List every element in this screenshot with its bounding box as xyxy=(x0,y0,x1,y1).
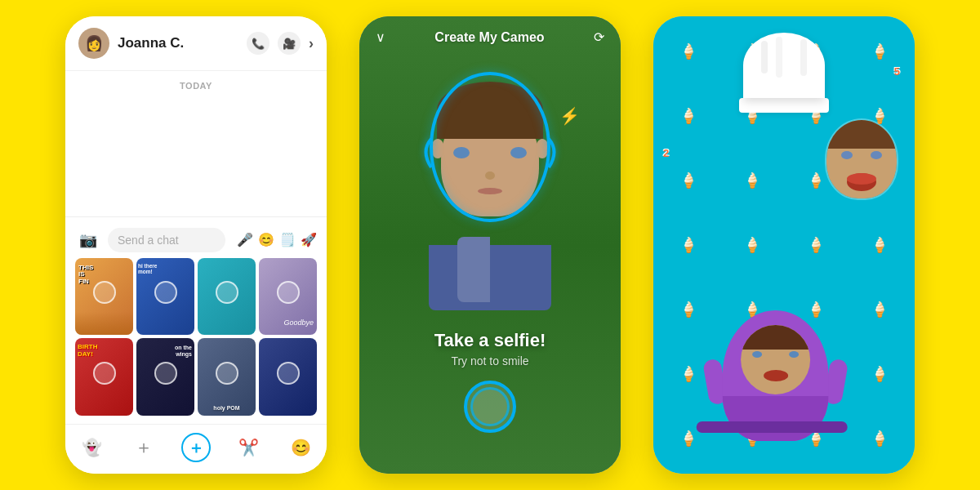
tile-text-2: hi theremom! xyxy=(138,263,157,274)
cameo-tile-6[interactable]: on thewings xyxy=(136,338,194,416)
date-label: TODAY xyxy=(65,71,327,97)
cameo-phone: ∨ Create My Cameo ⟳ ⚡ xyxy=(359,16,621,474)
mic-icon[interactable]: 🎤 xyxy=(237,232,253,247)
shutter-button[interactable] xyxy=(464,381,516,433)
ice-cream-14: 🍦 xyxy=(721,214,783,277)
tile-text-6: on thewings xyxy=(175,345,192,357)
number-badge-2: 2 xyxy=(663,147,669,159)
cameo-grid-row-1: THISISFIN hi theremom! Goodbye xyxy=(75,258,317,336)
svg-point-0 xyxy=(431,74,549,220)
avatar: 👩 xyxy=(78,28,109,59)
cameo-tile-1[interactable]: THISISFIN xyxy=(75,258,133,336)
snap-button[interactable]: ＋ xyxy=(181,433,211,462)
flash-icon[interactable]: ⚡ xyxy=(559,106,580,126)
number-badge-1: 5 xyxy=(894,65,900,78)
ice-cream-28: 🍦 xyxy=(849,407,911,470)
shutter-inner xyxy=(470,387,510,426)
bottom-nav: 👻 ＋ ＋ ✂️ 😊 xyxy=(65,424,327,474)
ice-cream-15: 🍦 xyxy=(785,214,847,277)
chat-input-row: 📷 Send a chat 🎤 😊 🗒️ 🚀 xyxy=(75,224,317,258)
result-phone: 🍦 🍦 🍦 🍦 🍦 🍦 🍦 🍦 🍦 🍦 🍦 🍦 🍦 🍦 🍦 🍦 🍦 🍦 🍦 🍦 … xyxy=(653,16,915,474)
cameo-selfie-screen: ∨ Create My Cameo ⟳ ⚡ xyxy=(359,16,621,474)
selfie-main-text: Take a selfie! xyxy=(434,330,546,351)
rocket-icon[interactable]: 🚀 xyxy=(301,232,317,247)
chef-hat xyxy=(739,33,829,113)
ice-cream-20: 🍦 xyxy=(849,278,911,341)
cameo-tile-8[interactable] xyxy=(259,338,317,416)
chevron-right-icon[interactable]: › xyxy=(309,35,314,52)
cameo-tile-4[interactable]: Goodbye xyxy=(259,258,317,336)
cameo-top-bar: ∨ Create My Cameo ⟳ xyxy=(359,16,621,53)
contact-name: Joanna C. xyxy=(118,35,238,51)
chef-hat-brim xyxy=(739,98,829,113)
chat-phone: 👩 Joanna C. 📞 🎥 › TODAY 📷 Send a chat xyxy=(65,16,327,474)
face-outline xyxy=(408,57,572,261)
phone-call-button[interactable]: 📞 xyxy=(247,32,270,55)
chef-hat-dome xyxy=(743,33,825,98)
result-screen: 🍦 🍦 🍦 🍦 🍦 🍦 🍦 🍦 🍦 🍦 🍦 🍦 🍦 🍦 🍦 🍦 🍦 🍦 🍦 🍦 … xyxy=(653,16,915,474)
cameo-tile-3[interactable] xyxy=(198,258,256,336)
chat-header: 👩 Joanna C. 📞 🎥 › xyxy=(65,16,327,71)
cameo-grid-row-2: BIRTHDAY! on thewings holy POM xyxy=(75,338,317,416)
emoji-icon[interactable]: 😊 xyxy=(258,232,274,247)
flip-camera-icon[interactable]: ⟳ xyxy=(594,29,604,45)
ice-cream-4: 🍦 xyxy=(849,20,911,83)
result-face xyxy=(825,118,898,200)
chevron-down-icon[interactable]: ∨ xyxy=(376,29,385,45)
chat-placeholder: Send a chat xyxy=(118,234,179,247)
cameo-tile-5[interactable]: BIRTHDAY! xyxy=(75,338,133,416)
chat-content-area xyxy=(65,97,327,216)
video-call-button[interactable]: 🎥 xyxy=(278,32,301,55)
camera-input-button[interactable]: 📷 xyxy=(75,227,101,253)
ice-cream-16: 🍦 xyxy=(849,214,911,277)
tile-text-1: THISISFIN xyxy=(78,265,93,286)
cameo-tile-7[interactable]: holy POM xyxy=(198,338,256,416)
purple-face xyxy=(741,325,810,394)
ice-cream-5: 🍦 xyxy=(657,85,719,148)
ice-cream-10: 🍦 xyxy=(721,149,783,212)
ice-cream-1: 🍦 xyxy=(657,20,719,83)
scissors-button[interactable]: ✂️ xyxy=(234,433,263,462)
chat-input-box[interactable]: Send a chat xyxy=(108,228,225,252)
tile-text-5: BIRTHDAY! xyxy=(78,343,97,358)
tile-text-7: holy POM xyxy=(213,405,239,411)
ice-cream-13: 🍦 xyxy=(657,214,719,277)
bitmoji-button[interactable]: 😊 xyxy=(286,433,315,462)
ice-cream-25: 🍦 xyxy=(657,407,719,470)
ice-cream-17: 🍦 xyxy=(657,278,719,341)
selfie-sub-text: Try not to smile xyxy=(434,354,546,368)
input-icons: 🎤 😊 🗒️ 🚀 xyxy=(237,232,317,247)
selfie-instruction: Take a selfie! Try not to smile xyxy=(434,330,546,368)
purple-bar xyxy=(697,421,848,433)
ice-cream-24: 🍦 xyxy=(849,342,911,405)
cameo-title: Create My Cameo xyxy=(385,30,594,45)
cameo-panel: 📷 Send a chat 🎤 😊 🗒️ 🚀 THISISFIN xyxy=(65,216,327,424)
chat-body: TODAY xyxy=(65,71,327,216)
tile-text-4: Goodbye xyxy=(283,318,314,327)
cameo-tile-2[interactable]: hi theremom! xyxy=(136,258,194,336)
add-friend-button[interactable]: ＋ xyxy=(129,433,158,462)
sticker-icon[interactable]: 🗒️ xyxy=(279,232,296,247)
ghost-nav-button[interactable]: 👻 xyxy=(77,433,106,462)
